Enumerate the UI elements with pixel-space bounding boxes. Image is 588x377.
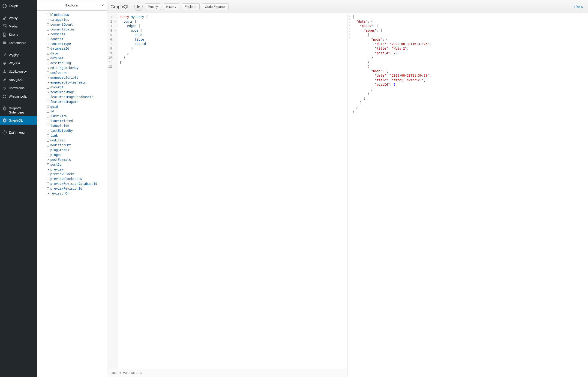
checkbox-icon[interactable]	[47, 23, 49, 26]
explorer-field-isRestricted[interactable]: isRestricted	[47, 118, 107, 123]
explorer-field-dateGmt[interactable]: dateGmt	[47, 56, 107, 61]
explorer-tree[interactable]: blocksJSON▶categoriescommentCountcomment…	[37, 11, 107, 377]
sidebar-item-ustawienia[interactable]: Ustawienia	[0, 84, 37, 92]
explorer-field-revisionOf[interactable]: ▶revisionOf	[47, 191, 107, 196]
checkbox-icon[interactable]	[47, 173, 49, 175]
prettify-button[interactable]: Prettify	[145, 3, 161, 10]
sidebar-item-narzędzia[interactable]: Narzędzia	[0, 76, 37, 84]
query-variables-header[interactable]: Query Variables	[107, 369, 348, 377]
checkbox-icon[interactable]: ✓	[47, 163, 49, 166]
checkbox-icon[interactable]	[47, 62, 49, 64]
checkbox-icon[interactable]	[47, 139, 49, 142]
checkbox-icon[interactable]	[47, 47, 49, 50]
explorer-field-preview[interactable]: ▶preview	[47, 167, 107, 172]
explorer-field-editingLockedBy[interactable]: ▶editingLockedBy	[47, 66, 107, 70]
explorer-field-isPreview[interactable]: isPreview	[47, 114, 107, 118]
explorer-field-guid[interactable]: guid	[47, 104, 107, 109]
svg-point-1	[3, 25, 4, 26]
query-editor[interactable]: 1 ▼2 ▼3 ▼4 ▼5 6 7 8 9 10 11 12 query MyQ…	[107, 13, 348, 369]
checkbox-icon[interactable]	[47, 28, 49, 31]
explorer-field-previewRevisionId[interactable]: previewRevisionId	[47, 186, 107, 191]
explorer-field-lastEditedBy[interactable]: ▶lastEditedBy	[47, 128, 107, 133]
explorer-field-content[interactable]: content	[47, 37, 107, 42]
sidebar-item-użytkownicy[interactable]: Użytkownicy	[0, 67, 37, 76]
sidebar-item-media[interactable]: Media	[0, 22, 37, 30]
explorer-field-databaseId[interactable]: databaseId	[47, 46, 107, 51]
field-name: modifiedGmt	[50, 143, 71, 148]
explorer-field-enclosure[interactable]: enclosure	[47, 70, 107, 75]
checkbox-icon[interactable]	[47, 14, 49, 16]
explorer-title: Explorer	[66, 3, 79, 7]
main-area: Explorer × blocksJSON▶categoriescommentC…	[37, 0, 588, 377]
checkbox-icon[interactable]	[47, 86, 49, 89]
checkbox-icon[interactable]	[47, 105, 49, 108]
checkbox-icon[interactable]	[47, 71, 49, 74]
explorer-field-previewRevisionDatabaseId[interactable]: previewRevisionDatabaseId	[47, 181, 107, 186]
sidebar-item-własne-pola[interactable]: Własne pola	[0, 92, 37, 101]
explorer-field-modified[interactable]: modified	[47, 138, 107, 143]
sidebar-item-label: Ustawienia	[9, 86, 24, 90]
explorer-field-modifiedGmt[interactable]: modifiedGmt	[47, 143, 107, 148]
explorer-field-contentType[interactable]: ▶contentType	[47, 42, 107, 46]
sidebar-item-strony[interactable]: Strony	[0, 30, 37, 39]
field-name: previewBlocksJSON	[50, 177, 82, 181]
checkbox-icon[interactable]	[47, 120, 49, 122]
explorer-field-enqueuedScripts[interactable]: ▶enqueuedScripts	[47, 75, 107, 80]
explorer-field-id[interactable]: id	[47, 109, 107, 114]
explorer-field-featuredImageDatabaseId[interactable]: featuredImageDatabaseId	[47, 94, 107, 99]
docs-button[interactable]: ‹ Docs	[572, 4, 585, 10]
explorer-field-categories[interactable]: ▶categories	[47, 17, 107, 22]
explorer-field-commentStatus[interactable]: commentStatus	[47, 27, 107, 32]
sidebar-item-wtyczki[interactable]: Wtyczki	[0, 59, 37, 67]
explorer-field-enqueuedStylesheets[interactable]: ▶enqueuedStylesheets	[47, 80, 107, 85]
explorer-field-desiredSlug[interactable]: desiredSlug	[47, 61, 107, 66]
checkbox-icon[interactable]	[47, 182, 49, 185]
checkbox-icon[interactable]	[47, 96, 49, 98]
history-button[interactable]: History	[163, 3, 179, 10]
checkbox-icon[interactable]	[47, 57, 49, 59]
field-name: categories	[50, 17, 69, 22]
checkbox-icon[interactable]	[47, 144, 49, 146]
explorer-field-blocksJSON[interactable]: blocksJSON	[47, 12, 107, 17]
sidebar-item-zwiń-menu[interactable]: Zwiń menu	[0, 128, 37, 137]
checkbox-icon[interactable]: ✓	[47, 52, 49, 55]
checkbox-icon[interactable]	[47, 115, 49, 118]
sidebar-item-kokpit[interactable]: Kokpit	[0, 2, 37, 10]
field-name: previewBlocks	[50, 172, 75, 177]
explorer-field-previewBlocks[interactable]: previewBlocks	[47, 172, 107, 177]
explorer-field-postFormats[interactable]: ▶postFormats	[47, 157, 107, 162]
sidebar-item-graphql[interactable]: GraphQLGutenberg	[0, 104, 37, 116]
checkbox-icon[interactable]	[47, 134, 49, 137]
explorer-field-featuredImageId[interactable]: featuredImageId	[47, 99, 107, 104]
explorer-field-pinged[interactable]: pinged	[47, 153, 107, 157]
explorer-field-commentCount[interactable]: commentCount	[47, 22, 107, 27]
sidebar-item-wygląd[interactable]: Wygląd	[0, 51, 37, 59]
plugin-icon	[2, 61, 7, 66]
explorer-field-date[interactable]: ✓date	[47, 51, 107, 56]
checkbox-icon[interactable]	[47, 187, 49, 190]
explorer-field-previewBlocksJSON[interactable]: previewBlocksJSON	[47, 177, 107, 181]
explorer-field-link[interactable]: link	[47, 133, 107, 138]
explorer-field-featuredImage[interactable]: ▶featuredImage	[47, 90, 107, 94]
query-code[interactable]: query MyQuery { posts { edges { node { d…	[118, 13, 150, 369]
query-editor-column: 1 ▼2 ▼3 ▼4 ▼5 6 7 8 9 10 11 12 query MyQ…	[107, 13, 348, 377]
checkbox-icon[interactable]	[47, 149, 49, 151]
checkbox-icon[interactable]	[47, 101, 49, 103]
sidebar-item-graphiql[interactable]: GraphiQL	[0, 116, 37, 125]
checkbox-icon[interactable]	[47, 110, 49, 113]
explorer-field-excerpt[interactable]: excerpt	[47, 85, 107, 90]
explorer-field-postId[interactable]: ✓postId	[47, 162, 107, 167]
code-exporter-button[interactable]: Code Exporter	[202, 3, 229, 10]
sidebar-item-komentarze[interactable]: Komentarze	[0, 39, 37, 47]
explorer-field-isRevision[interactable]: isRevision	[47, 123, 107, 128]
checkbox-icon[interactable]	[47, 125, 49, 127]
explorer-field-pingStatus[interactable]: pingStatus	[47, 148, 107, 153]
sidebar-item-wpisy[interactable]: Wpisy	[0, 14, 37, 22]
execute-button[interactable]	[134, 2, 143, 11]
explorer-button[interactable]: Explorer	[182, 3, 200, 10]
checkbox-icon[interactable]	[47, 154, 49, 156]
explorer-field-comments[interactable]: ▶comments	[47, 32, 107, 37]
checkbox-icon[interactable]	[47, 38, 49, 40]
checkbox-icon[interactable]	[47, 178, 49, 180]
close-icon[interactable]: ×	[101, 3, 104, 8]
